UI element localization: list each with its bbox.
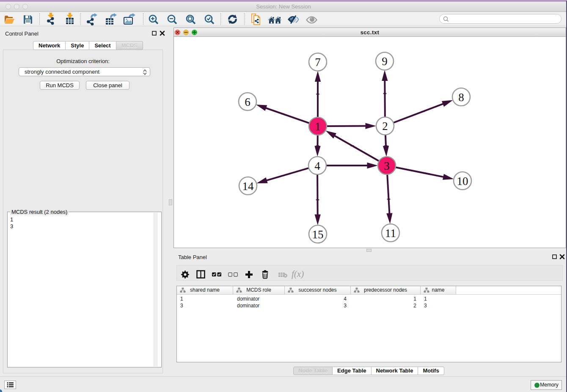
svg-text:4: 4 <box>314 160 320 172</box>
svg-text:3: 3 <box>384 160 390 172</box>
svg-text:10: 10 <box>457 175 468 188</box>
svg-text:9: 9 <box>382 55 388 68</box>
svg-text:8: 8 <box>458 91 464 104</box>
svg-text:14: 14 <box>242 180 254 193</box>
svg-text:7: 7 <box>315 56 321 69</box>
svg-text:15: 15 <box>312 228 324 241</box>
svg-text:1: 1 <box>315 120 321 133</box>
svg-text:6: 6 <box>245 96 250 108</box>
svg-text:2: 2 <box>382 120 388 133</box>
svg-text:11: 11 <box>385 227 396 240</box>
